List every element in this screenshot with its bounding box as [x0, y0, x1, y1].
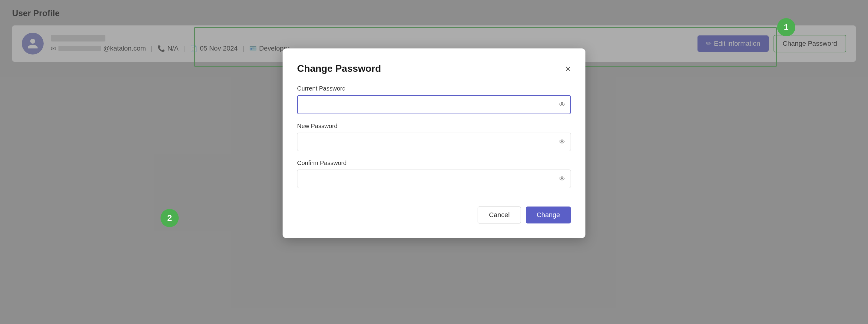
- confirm-password-wrapper: 👁: [297, 169, 571, 188]
- annotation-circle-2: 2: [160, 209, 179, 227]
- modal-header: Change Password ×: [297, 63, 571, 74]
- new-password-wrapper: 👁: [297, 133, 571, 151]
- new-password-input[interactable]: [297, 133, 571, 151]
- current-password-eye-icon[interactable]: 👁: [559, 101, 565, 109]
- new-password-group: New Password 👁: [297, 123, 571, 151]
- modal-title: Change Password: [297, 63, 381, 74]
- current-password-group: Current Password 👁: [297, 85, 571, 114]
- new-password-eye-icon[interactable]: 👁: [559, 138, 565, 146]
- confirm-password-eye-icon[interactable]: 👁: [559, 175, 565, 183]
- new-password-label: New Password: [297, 123, 571, 130]
- confirm-password-label: Confirm Password: [297, 160, 571, 166]
- modal-close-button[interactable]: ×: [565, 64, 571, 73]
- change-button[interactable]: Change: [526, 206, 571, 224]
- confirm-password-group: Confirm Password 👁: [297, 160, 571, 188]
- change-password-modal: Change Password × Current Password 👁 New…: [283, 48, 585, 238]
- annotation-circle-1: 1: [777, 18, 795, 36]
- modal-footer: Cancel Change: [297, 199, 571, 224]
- cancel-button[interactable]: Cancel: [477, 206, 521, 224]
- current-password-wrapper: 👁: [297, 95, 571, 114]
- current-password-label: Current Password: [297, 85, 571, 92]
- confirm-password-input[interactable]: [297, 169, 571, 188]
- current-password-input[interactable]: [297, 95, 571, 114]
